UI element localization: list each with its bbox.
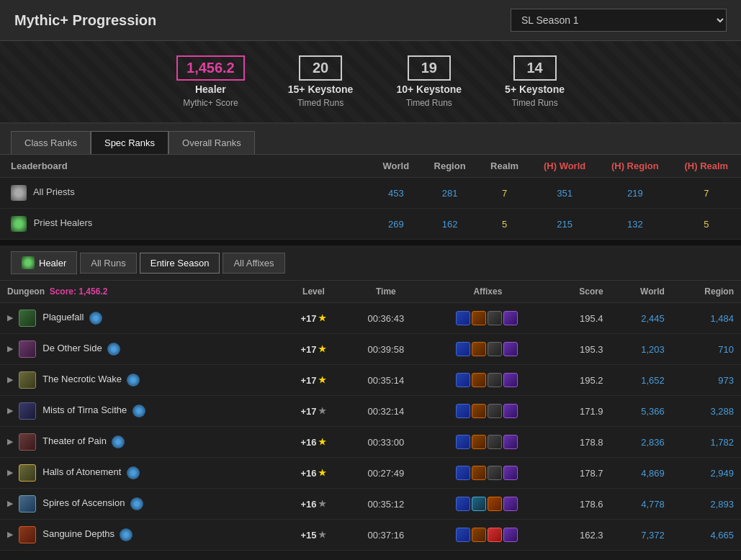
keystone-icon — [89, 312, 102, 325]
region-rank-link[interactable]: 2,949 — [710, 468, 734, 479]
expand-arrow-icon[interactable]: ▶ — [7, 406, 13, 415]
10plus-badge: 19 — [408, 55, 451, 81]
region-rank-link[interactable]: 1,782 — [710, 437, 734, 448]
dungeon-icon — [19, 402, 36, 420]
dg-cell-world: 1,203 — [611, 334, 672, 365]
stat-10plus: 19 10+ Keystone Timed Runs — [396, 55, 462, 108]
region-rank-link[interactable]: 1,484 — [710, 313, 734, 324]
score-value: 171.9 — [580, 406, 603, 417]
dg-cell-world: 7,372 — [611, 520, 672, 551]
world-rank-link[interactable]: 7,372 — [641, 530, 665, 541]
stat-15plus: 20 15+ Keystone Timed Runs — [288, 55, 354, 108]
world-rank-link[interactable]: 4,778 — [641, 499, 665, 510]
region-rank-link[interactable]: 162 — [442, 219, 458, 230]
tab-spec-ranks[interactable]: Spec Ranks — [91, 131, 169, 154]
dg-col-time: Time — [346, 281, 426, 303]
world-rank-link[interactable]: 5,366 — [641, 406, 665, 417]
keystone-icon — [133, 405, 145, 417]
world-rank-link[interactable]: 2,836 — [641, 437, 665, 448]
fortified-affix-icon — [456, 404, 470, 418]
world-rank-link[interactable]: 2,445 — [641, 313, 665, 324]
world-rank-link[interactable]: 1,203 — [641, 344, 665, 355]
world-rank-link[interactable]: 453 — [388, 188, 404, 199]
grievous-affix-icon — [488, 404, 502, 418]
expand-arrow-icon[interactable]: ▶ — [7, 313, 13, 322]
region-rank-link[interactable]: 2,893 — [710, 499, 734, 510]
h-region-rank-link[interactable]: 132 — [627, 219, 643, 230]
dg-cell-level: +16 ★ — [282, 458, 346, 489]
untimed-star-icon: ★ — [318, 406, 326, 416]
region-rank-link[interactable]: 4,665 — [710, 530, 734, 541]
dungeon-table: Dungeon Score: 1,456.2 Level Time Affixe… — [0, 281, 741, 551]
region-rank-link[interactable]: 3,288 — [710, 406, 734, 417]
page-title: Mythic+ Progression — [14, 12, 156, 29]
dg-cell-name: ▶ De Other Side — [0, 334, 282, 365]
dg-cell-world: 2,836 — [611, 427, 672, 458]
filter-entire-season[interactable]: Entire Season — [140, 253, 220, 274]
dg-cell-region: 2,893 — [672, 489, 741, 520]
untimed-star-icon: ★ — [318, 530, 326, 540]
expand-arrow-icon[interactable]: ▶ — [7, 530, 13, 538]
world-rank-link[interactable]: 1,652 — [641, 375, 665, 386]
dg-col-region: Region — [672, 281, 741, 303]
dg-cell-affixes — [426, 458, 549, 489]
expand-arrow-icon[interactable]: ▶ — [7, 499, 13, 507]
dg-cell-region: 3,288 — [672, 396, 741, 427]
expand-arrow-icon[interactable]: ▶ — [7, 344, 13, 353]
level-badge: +16 ★ — [300, 437, 326, 448]
dg-cell-level: +17 ★ — [282, 303, 346, 334]
dungeon-row: ▶ De Other Side +17 ★ 00:39:58 195.3 1,2… — [0, 334, 741, 365]
leaderboard-table: Leaderboard World Region Realm (H) World… — [0, 155, 741, 240]
dg-cell-affixes — [426, 520, 549, 551]
top-header: Mythic+ Progression SL Season 1 SL Seaso… — [0, 0, 741, 41]
dg-cell-score: 178.8 — [549, 427, 611, 458]
tab-class-ranks[interactable]: Class Ranks — [11, 131, 91, 154]
dg-cell-name: ▶ Halls of Atonement — [0, 458, 282, 489]
lb-col-region: Region — [421, 155, 478, 178]
h-world-rank-link[interactable]: 351 — [557, 188, 572, 199]
spiteful-affix-icon — [472, 311, 486, 325]
time-value: 00:37:16 — [368, 530, 405, 541]
fortified-affix-icon — [456, 311, 470, 325]
keystone-icon — [107, 343, 120, 356]
dungeon-icon — [19, 310, 36, 327]
dg-cell-region: 2,949 — [672, 458, 741, 489]
prideful-affix-icon — [503, 435, 518, 449]
season-select[interactable]: SL Season 1 SL Season 2 SL Season 3 — [511, 9, 727, 32]
lb-col-h-region: (H) Region — [598, 155, 672, 178]
spec-icon — [11, 216, 27, 232]
tab-overall-ranks[interactable]: Overall Ranks — [169, 131, 255, 154]
region-rank-link[interactable]: 710 — [718, 344, 734, 355]
expand-arrow-icon[interactable]: ▶ — [7, 468, 13, 477]
filter-all-affixes[interactable]: All Affixes — [223, 253, 284, 274]
level-badge: +17 ★ — [300, 313, 326, 324]
dg-col-affixes: Affixes — [426, 281, 549, 303]
15plus-sublabel: Timed Runs — [297, 98, 343, 108]
timed-star-icon: ★ — [318, 344, 326, 354]
world-rank-link[interactable]: 269 — [388, 219, 404, 230]
expand-arrow-icon[interactable]: ▶ — [7, 375, 13, 384]
spec-icon — [11, 185, 27, 201]
dungeon-name-text: De Other Side — [42, 343, 102, 353]
prideful-affix-icon — [503, 466, 518, 480]
region-rank-link[interactable]: 281 — [442, 188, 458, 199]
dg-cell-region: 4,665 — [672, 520, 741, 551]
prideful-affix-icon — [503, 311, 518, 325]
lb-cell-realm: 5 — [478, 209, 531, 240]
untimed-star-icon: ★ — [318, 499, 326, 509]
dg-cell-affixes — [426, 396, 549, 427]
timed-star-icon: ★ — [318, 437, 326, 447]
h-world-rank-link[interactable]: 215 — [557, 219, 572, 230]
grievous-affix-icon — [488, 342, 502, 356]
dg-cell-affixes — [426, 427, 549, 458]
filter-spec-tab[interactable]: Healer — [11, 251, 77, 274]
filter-all-runs[interactable]: All Runs — [80, 253, 136, 274]
dg-cell-time: 00:37:16 — [346, 520, 426, 551]
score-label-header: Score: 1,456.2 — [50, 286, 108, 297]
h-region-rank-link[interactable]: 219 — [627, 188, 643, 199]
region-rank-link[interactable]: 973 — [718, 375, 734, 386]
expand-arrow-icon[interactable]: ▶ — [7, 437, 13, 446]
dg-cell-level: +17 ★ — [282, 365, 346, 396]
world-rank-link[interactable]: 4,869 — [641, 468, 665, 479]
fortified-affix-icon — [456, 435, 470, 449]
